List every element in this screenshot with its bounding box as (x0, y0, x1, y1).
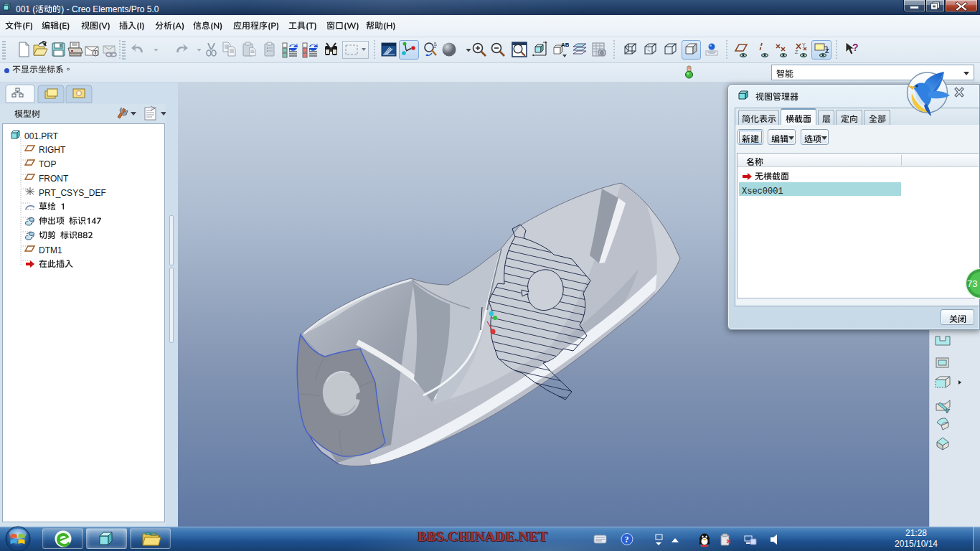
svg-text:Z: Z (825, 47, 829, 55)
svg-text:Z: Z (795, 50, 798, 55)
svg-text:?: ? (852, 42, 859, 53)
svg-text:AB: AB (561, 42, 569, 48)
svg-text:73: 73 (967, 278, 977, 289)
svg-text:?: ? (625, 534, 629, 545)
svg-text:Y: Y (802, 42, 806, 47)
